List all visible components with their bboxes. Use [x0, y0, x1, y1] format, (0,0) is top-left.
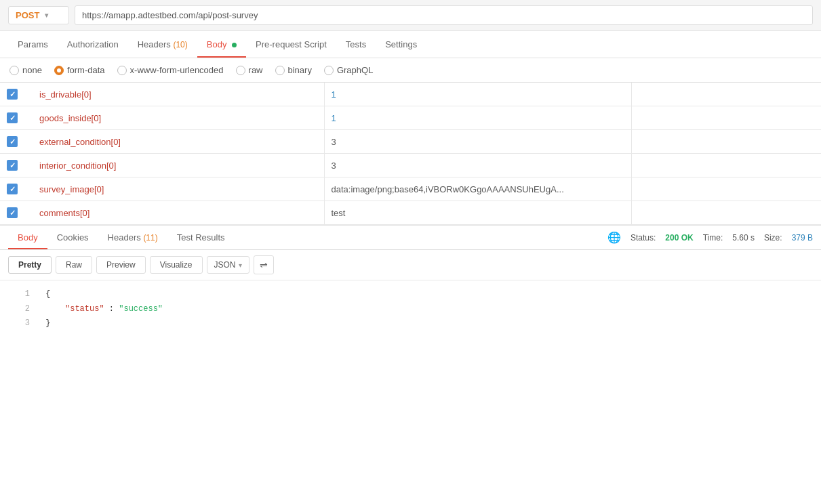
- tab-authorization[interactable]: Authorization: [58, 31, 128, 58]
- format-visualize-button[interactable]: Visualize: [150, 256, 203, 274]
- json-response-area: 1 { 2 "status" : "success" 3 }: [0, 280, 821, 338]
- tab-prerequest-label: Pre-request Script: [256, 39, 327, 49]
- row-checkbox-5[interactable]: [7, 207, 18, 218]
- top-bar: POST ▾: [0, 0, 821, 31]
- tab-settings[interactable]: Settings: [376, 31, 426, 58]
- status-label: Status:: [630, 233, 656, 243]
- tab-body-label: Body: [207, 39, 227, 49]
- radio-binary-circle: [275, 66, 285, 75]
- radio-binary-label: binary: [288, 65, 312, 75]
- radio-form-data-circle: [54, 66, 64, 75]
- radio-none-circle: [9, 66, 19, 75]
- row-value-4: data:image/png;base64,iVBORw0KGgoAAAANSU…: [324, 177, 631, 201]
- radio-urlencoded-circle: [117, 66, 127, 75]
- method-chevron-icon: ▾: [45, 12, 48, 19]
- row-checkbox-1[interactable]: [7, 112, 18, 123]
- radio-graphql-circle: [324, 66, 334, 75]
- json-open-brace: {: [45, 289, 50, 299]
- radio-urlencoded-label: x-www-form-urlencoded: [130, 65, 224, 75]
- tab-headers-badge: (10): [173, 40, 187, 49]
- row-value-2: 3: [324, 130, 631, 154]
- row-key-4: survey_image[0]: [33, 177, 324, 201]
- row-key-3: interior_condition[0]: [33, 154, 324, 177]
- radio-graphql[interactable]: GraphQL: [324, 65, 373, 75]
- table-row: is_drivable[0]1: [0, 83, 821, 106]
- body-active-dot: [232, 43, 237, 47]
- tab-params[interactable]: Params: [8, 31, 58, 58]
- line-num-1: 1: [11, 287, 30, 302]
- radio-raw[interactable]: raw: [236, 65, 263, 75]
- time-value: 5.60 s: [732, 233, 755, 243]
- line-num-3: 3: [11, 316, 30, 331]
- response-tabs-row: Body Cookies Headers (11) Test Results 🌐…: [0, 225, 821, 250]
- row-extra-5: [631, 201, 821, 225]
- request-tabs: Params Authorization Headers (10) Body P…: [0, 31, 821, 58]
- json-close-brace: }: [45, 318, 50, 328]
- json-line-1: 1 {: [11, 287, 810, 302]
- radio-none-label: none: [22, 65, 42, 75]
- resp-tab-cookies-label: Cookies: [57, 232, 89, 243]
- radio-form-data[interactable]: form-data: [54, 65, 105, 75]
- tab-tests[interactable]: Tests: [336, 31, 376, 58]
- row-key-5: comments[0]: [33, 201, 324, 225]
- row-checkbox-2[interactable]: [7, 136, 18, 147]
- response-status: 🌐 Status: 200 OK Time: 5.60 s Size: 379 …: [607, 231, 813, 244]
- format-preview-button[interactable]: Preview: [96, 256, 146, 274]
- row-checkbox-0[interactable]: [7, 89, 18, 100]
- tab-headers[interactable]: Headers (10): [128, 31, 197, 58]
- format-pretty-button[interactable]: Pretty: [8, 256, 52, 274]
- resp-tab-headers-label: Headers: [108, 232, 141, 243]
- line-num-2: 2: [11, 302, 30, 317]
- row-key-1: goods_inside[0]: [33, 106, 324, 130]
- tab-body[interactable]: Body: [197, 31, 246, 58]
- radio-raw-label: raw: [249, 65, 263, 75]
- json-colon: :: [109, 304, 119, 314]
- radio-none[interactable]: none: [9, 65, 42, 75]
- resp-headers-badge: (11): [143, 233, 157, 243]
- row-checkbox-3[interactable]: [7, 160, 18, 171]
- resp-tab-headers[interactable]: Headers (11): [98, 226, 167, 249]
- tab-headers-label: Headers: [138, 39, 171, 49]
- row-value-3: 3: [324, 154, 631, 177]
- format-raw-button[interactable]: Raw: [56, 256, 92, 274]
- resp-tab-test-results-label: Test Results: [177, 232, 225, 243]
- json-line-2: 2 "status" : "success": [11, 302, 810, 317]
- form-data-table: is_drivable[0]1goods_inside[0]1external_…: [0, 83, 821, 225]
- table-row: interior_condition[0]3: [0, 154, 821, 177]
- method-selector[interactable]: POST ▾: [8, 6, 69, 24]
- tab-params-label: Params: [18, 39, 48, 49]
- resp-tab-cookies[interactable]: Cookies: [47, 226, 98, 249]
- table-row: survey_image[0]data:image/png;base64,iVB…: [0, 177, 821, 201]
- radio-form-data-label: form-data: [67, 65, 105, 75]
- row-checkbox-4[interactable]: [7, 184, 18, 194]
- row-key-2: external_condition[0]: [33, 130, 324, 154]
- tab-tests-label: Tests: [346, 39, 366, 49]
- format-bar: Pretty Raw Preview Visualize JSON ▾ ⇌: [0, 250, 821, 280]
- resp-tab-body-label: Body: [18, 232, 38, 243]
- row-extra-0: [631, 83, 821, 106]
- radio-binary[interactable]: binary: [275, 65, 312, 75]
- json-value-status: "success": [119, 304, 163, 314]
- status-value: 200 OK: [665, 233, 693, 243]
- row-extra-2: [631, 130, 821, 154]
- radio-urlencoded[interactable]: x-www-form-urlencoded: [117, 65, 224, 75]
- tab-authorization-label: Authorization: [67, 39, 119, 49]
- row-extra-3: [631, 154, 821, 177]
- word-wrap-button[interactable]: ⇌: [254, 255, 274, 274]
- json-key-status: "status": [45, 304, 104, 314]
- table-row: external_condition[0]3: [0, 130, 821, 154]
- globe-icon: 🌐: [607, 231, 621, 244]
- tab-prerequest[interactable]: Pre-request Script: [246, 31, 336, 58]
- size-value: 379 B: [792, 233, 813, 243]
- row-extra-1: [631, 106, 821, 130]
- json-line-3: 3 }: [11, 316, 810, 331]
- url-input[interactable]: [75, 5, 813, 25]
- row-value-5: test: [324, 201, 631, 225]
- json-chevron-icon: ▾: [239, 261, 242, 269]
- resp-tab-body[interactable]: Body: [8, 226, 47, 249]
- table-row: comments[0]test: [0, 201, 821, 225]
- json-type-selector[interactable]: JSON ▾: [207, 256, 249, 274]
- resp-tab-test-results[interactable]: Test Results: [167, 226, 235, 249]
- radio-raw-circle: [236, 66, 245, 75]
- table-row: goods_inside[0]1: [0, 106, 821, 130]
